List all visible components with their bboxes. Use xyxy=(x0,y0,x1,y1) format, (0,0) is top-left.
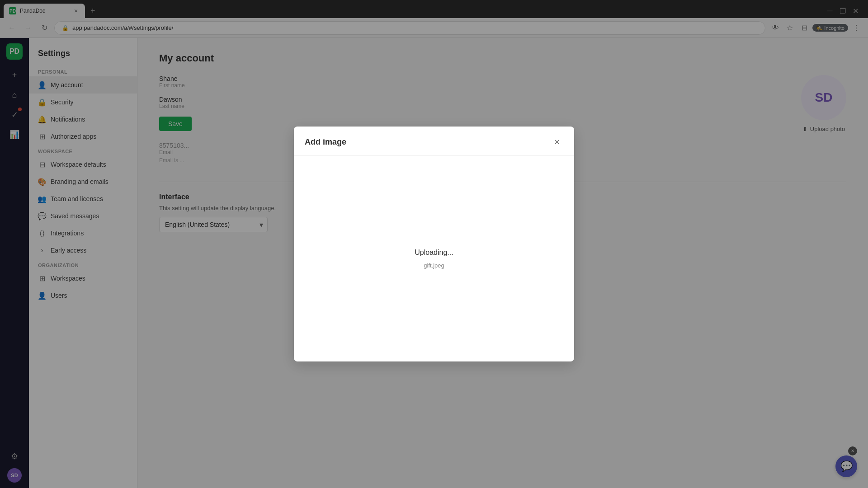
modal-body: Uploading... gift.jpeg xyxy=(294,156,574,361)
modal-overlay[interactable]: Add image × Uploading... gift.jpeg xyxy=(0,0,868,488)
add-image-modal: Add image × Uploading... gift.jpeg xyxy=(294,127,574,361)
upload-filename-text: gift.jpeg xyxy=(424,262,444,269)
modal-close-button[interactable]: × xyxy=(551,136,563,148)
modal-title: Add image xyxy=(305,137,346,147)
modal-header: Add image × xyxy=(294,127,574,156)
uploading-status-text: Uploading... xyxy=(415,249,453,257)
